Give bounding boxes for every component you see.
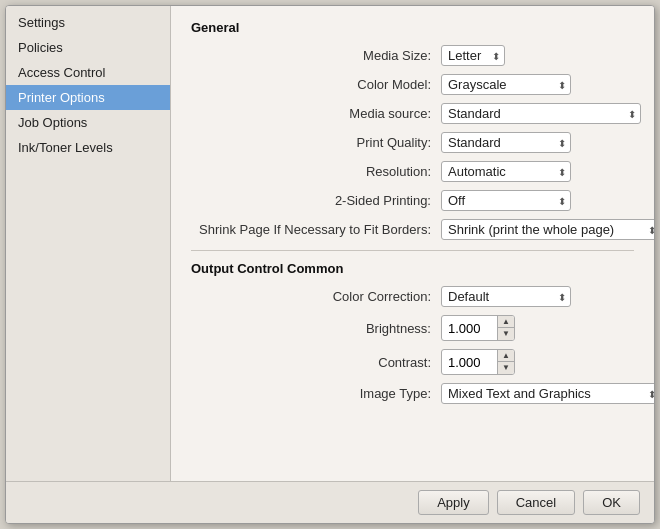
print-quality-row: Print Quality: Standard High Draft — [191, 132, 634, 153]
color-correction-select-wrapper[interactable]: Default None — [441, 286, 571, 307]
image-type-select-wrapper[interactable]: Mixed Text and Graphics Text Graphics Ph… — [441, 383, 654, 404]
ok-button[interactable]: OK — [583, 490, 640, 515]
brightness-input[interactable] — [442, 319, 497, 338]
print-quality-control: Standard High Draft — [441, 132, 571, 153]
media-size-control: Letter A4 Legal — [441, 45, 505, 66]
resolution-row: Resolution: Automatic 300 dpi 600 dpi — [191, 161, 634, 182]
main-content: General Media Size: Letter A4 Legal Colo… — [171, 6, 654, 481]
media-size-row: Media Size: Letter A4 Legal — [191, 45, 634, 66]
media-source-row: Media source: Standard Manual — [191, 103, 634, 124]
shrink-label: Shrink Page If Necessary to Fit Borders: — [191, 222, 441, 237]
print-quality-select-wrapper[interactable]: Standard High Draft — [441, 132, 571, 153]
two-sided-select[interactable]: Off Long Edge Short Edge — [441, 190, 571, 211]
color-model-select[interactable]: Grayscale Color — [441, 74, 571, 95]
brightness-spinner-buttons: ▲ ▼ — [497, 316, 514, 340]
image-type-label: Image Type: — [191, 386, 441, 401]
color-model-control: Grayscale Color — [441, 74, 571, 95]
contrast-spinner: ▲ ▼ — [441, 349, 515, 375]
image-type-select[interactable]: Mixed Text and Graphics Text Graphics Ph… — [441, 383, 654, 404]
color-correction-control: Default None — [441, 286, 571, 307]
resolution-control: Automatic 300 dpi 600 dpi — [441, 161, 571, 182]
sidebar-item-access-control[interactable]: Access Control — [6, 60, 170, 85]
color-model-row: Color Model: Grayscale Color — [191, 74, 634, 95]
apply-button[interactable]: Apply — [418, 490, 489, 515]
contrast-control: ▲ ▼ — [441, 349, 515, 375]
contrast-decrement[interactable]: ▼ — [498, 362, 514, 374]
media-source-select[interactable]: Standard Manual — [441, 103, 641, 124]
media-source-select-wrapper[interactable]: Standard Manual — [441, 103, 641, 124]
sidebar: Settings Policies Access Control Printer… — [6, 6, 171, 481]
divider — [191, 250, 634, 251]
media-size-label: Media Size: — [191, 48, 441, 63]
contrast-spinner-buttons: ▲ ▼ — [497, 350, 514, 374]
color-correction-select[interactable]: Default None — [441, 286, 571, 307]
dialog-footer: Apply Cancel OK — [6, 481, 654, 523]
brightness-control: ▲ ▼ — [441, 315, 515, 341]
sidebar-item-policies[interactable]: Policies — [6, 35, 170, 60]
shrink-control: Shrink (print the whole page) No Shrink — [441, 219, 654, 240]
sidebar-item-job-options[interactable]: Job Options — [6, 110, 170, 135]
media-size-select[interactable]: Letter A4 Legal — [441, 45, 505, 66]
brightness-label: Brightness: — [191, 321, 441, 336]
sidebar-item-settings[interactable]: Settings — [6, 10, 170, 35]
brightness-decrement[interactable]: ▼ — [498, 328, 514, 340]
resolution-label: Resolution: — [191, 164, 441, 179]
color-model-label: Color Model: — [191, 77, 441, 92]
two-sided-select-wrapper[interactable]: Off Long Edge Short Edge — [441, 190, 571, 211]
printer-dialog: Settings Policies Access Control Printer… — [5, 5, 655, 524]
output-section-title: Output Control Common — [191, 261, 634, 276]
color-correction-row: Color Correction: Default None — [191, 286, 634, 307]
color-model-select-wrapper[interactable]: Grayscale Color — [441, 74, 571, 95]
brightness-spinner: ▲ ▼ — [441, 315, 515, 341]
color-correction-label: Color Correction: — [191, 289, 441, 304]
media-size-select-wrapper[interactable]: Letter A4 Legal — [441, 45, 505, 66]
brightness-increment[interactable]: ▲ — [498, 316, 514, 328]
image-type-control: Mixed Text and Graphics Text Graphics Ph… — [441, 383, 654, 404]
media-source-control: Standard Manual — [441, 103, 641, 124]
brightness-row: Brightness: ▲ ▼ — [191, 315, 634, 341]
shrink-row: Shrink Page If Necessary to Fit Borders:… — [191, 219, 634, 240]
two-sided-control: Off Long Edge Short Edge — [441, 190, 571, 211]
shrink-select-wrapper[interactable]: Shrink (print the whole page) No Shrink — [441, 219, 654, 240]
contrast-row: Contrast: ▲ ▼ — [191, 349, 634, 375]
general-section-title: General — [191, 20, 634, 35]
media-source-label: Media source: — [191, 106, 441, 121]
dialog-body: Settings Policies Access Control Printer… — [6, 6, 654, 481]
sidebar-item-ink-toner[interactable]: Ink/Toner Levels — [6, 135, 170, 160]
resolution-select-wrapper[interactable]: Automatic 300 dpi 600 dpi — [441, 161, 571, 182]
resolution-select[interactable]: Automatic 300 dpi 600 dpi — [441, 161, 571, 182]
print-quality-select[interactable]: Standard High Draft — [441, 132, 571, 153]
contrast-input[interactable] — [442, 353, 497, 372]
contrast-increment[interactable]: ▲ — [498, 350, 514, 362]
two-sided-label: 2-Sided Printing: — [191, 193, 441, 208]
contrast-label: Contrast: — [191, 355, 441, 370]
two-sided-row: 2-Sided Printing: Off Long Edge Short Ed… — [191, 190, 634, 211]
print-quality-label: Print Quality: — [191, 135, 441, 150]
sidebar-item-printer-options[interactable]: Printer Options — [6, 85, 170, 110]
cancel-button[interactable]: Cancel — [497, 490, 575, 515]
image-type-row: Image Type: Mixed Text and Graphics Text… — [191, 383, 634, 404]
shrink-select[interactable]: Shrink (print the whole page) No Shrink — [441, 219, 654, 240]
